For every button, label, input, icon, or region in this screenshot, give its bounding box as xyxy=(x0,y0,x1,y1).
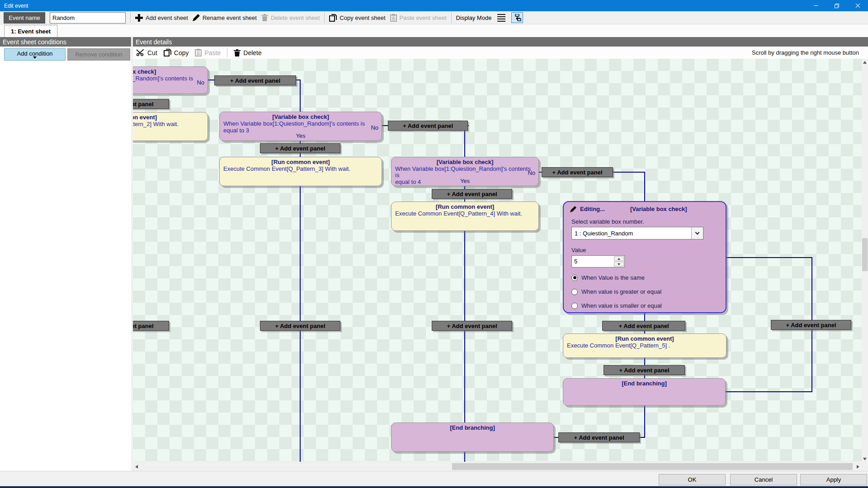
display-mode-flowchart-icon[interactable] xyxy=(511,12,523,23)
rename-event-sheet-button[interactable]: Rename event sheet xyxy=(193,14,257,21)
delete-event-sheet-button[interactable]: Delete event sheet xyxy=(261,14,320,21)
variable-box-check-node[interactable]: [Variable box check] When Variable box[1… xyxy=(133,66,208,94)
node-title: [Run common event] xyxy=(563,334,726,342)
no-label: No xyxy=(371,124,378,131)
run-common-event-node[interactable]: [Run common event] Execute Common Event[… xyxy=(563,333,726,358)
event-sheet-toolbar: Event name Add event sheet Rename event … xyxy=(0,11,868,24)
restore-button[interactable] xyxy=(826,0,847,11)
apply-button[interactable]: Apply xyxy=(800,474,867,485)
node-title: [Run common event] xyxy=(220,157,382,165)
scroll-up-button[interactable] xyxy=(862,59,868,66)
connector-line xyxy=(644,172,645,201)
run-common-event-node[interactable]: [Run common event] Execute Common Event[… xyxy=(219,157,382,186)
radio-same[interactable]: When Value is the same xyxy=(571,274,645,281)
add-event-panel-button[interactable]: + Add event panel xyxy=(260,143,340,153)
add-event-panel-button[interactable]: + Add event panel xyxy=(604,365,685,375)
event-flow-canvas[interactable]: + Add event panel + Add event panel + Ad… xyxy=(133,59,862,462)
value-input[interactable] xyxy=(572,256,613,267)
node-title: [Run common event] xyxy=(133,113,208,121)
connector-line xyxy=(381,125,388,126)
paste-button[interactable]: Paste xyxy=(195,49,221,56)
minimize-button[interactable] xyxy=(806,0,826,11)
radio-button[interactable] xyxy=(571,303,578,309)
node-title: [Run common event] xyxy=(392,202,538,210)
run-common-event-node[interactable]: [Run common event] Execute Common Event[… xyxy=(391,202,539,231)
radio-button-selected[interactable] xyxy=(571,275,578,281)
paste-label: Paste xyxy=(204,49,221,56)
add-event-panel-button[interactable]: + Add event panel xyxy=(558,432,640,442)
add-event-panel-button[interactable]: + Add event panel xyxy=(602,321,685,331)
variable-box-check-node[interactable]: [Variable box check] When Variable box[1… xyxy=(391,157,539,186)
radio-smaller[interactable]: When value is smaller or equal xyxy=(571,302,662,309)
add-event-panel-label: + Add event panel xyxy=(230,77,280,84)
add-condition-button[interactable]: Add condition xyxy=(4,48,66,61)
add-event-sheet-label: Add event sheet xyxy=(146,14,188,21)
end-branching-node[interactable]: [End branching] xyxy=(563,378,726,406)
yes-label: Yes xyxy=(392,178,538,184)
display-mode-label: Display Mode xyxy=(456,14,492,21)
close-button[interactable] xyxy=(847,0,868,11)
spinner-up-button[interactable] xyxy=(614,256,624,261)
radio-greater-label: When value is greater or equal xyxy=(581,288,661,295)
horizontal-scrollbar[interactable] xyxy=(133,463,862,470)
dropdown-button[interactable] xyxy=(691,227,703,239)
variable-box-check-node[interactable]: [Variable box check] When Variable box[1… xyxy=(219,112,382,141)
delete-button[interactable]: Delete xyxy=(234,49,261,56)
add-event-panel-button[interactable]: + Add event panel xyxy=(133,321,169,331)
paste-event-sheet-button[interactable]: Paste event sheet xyxy=(390,14,447,22)
radio-smaller-label: When value is smaller or equal xyxy=(581,302,662,309)
scroll-left-button[interactable] xyxy=(133,463,140,470)
tab-event-sheet[interactable]: 1: Event sheet xyxy=(4,25,57,37)
pencil-icon xyxy=(570,206,576,212)
add-event-panel-button[interactable]: + Add event panel xyxy=(388,121,468,131)
copy-button[interactable]: Copy xyxy=(164,49,189,56)
scroll-down-button[interactable] xyxy=(862,455,868,463)
yes-label: Yes xyxy=(220,132,382,139)
copy-icon xyxy=(329,14,337,22)
run-common-event-node[interactable]: [Run common event] Execute Common Event[… xyxy=(133,112,208,141)
scissors-icon xyxy=(137,49,145,56)
radio-greater[interactable]: When value is greater or equal xyxy=(571,288,661,295)
add-event-panel-button[interactable]: + Add event panel xyxy=(214,75,296,85)
value-spinner[interactable] xyxy=(614,256,624,267)
add-event-panel-button[interactable]: + Add event panel xyxy=(432,189,512,199)
title-bar: Edit event xyxy=(0,0,868,11)
add-event-panel-label: + Add event panel xyxy=(447,191,497,197)
add-event-panel-label: + Add event panel xyxy=(552,169,602,176)
toolbar-separator xyxy=(451,12,452,23)
add-event-panel-label: + Add event panel xyxy=(275,323,325,329)
copy-event-sheet-button[interactable]: Copy event sheet xyxy=(329,14,385,22)
spinner-down-button[interactable] xyxy=(614,262,624,267)
add-event-panel-button[interactable]: + Add event panel xyxy=(133,99,169,109)
add-event-panel-label: + Add event panel xyxy=(786,322,836,328)
connector-line xyxy=(300,80,301,112)
cut-button[interactable]: Cut xyxy=(137,49,157,56)
ok-button[interactable]: OK xyxy=(659,474,726,485)
paste-icon xyxy=(390,14,397,22)
add-condition-label: Add condition xyxy=(17,50,53,57)
trash-icon xyxy=(261,14,268,21)
remove-condition-button[interactable]: Remove condition xyxy=(67,48,130,61)
add-event-panel-button[interactable]: + Add event panel xyxy=(432,321,512,331)
vertical-scrollbar[interactable] xyxy=(862,59,868,463)
vertical-scroll-thumb[interactable] xyxy=(862,238,868,271)
editing-variable-box-check-node[interactable]: Editing... [Variable box check] Select v… xyxy=(563,201,726,313)
connector-line xyxy=(554,437,558,438)
event-name-input[interactable] xyxy=(50,12,126,23)
end-branching-node[interactable]: [End branching] xyxy=(391,422,554,452)
scroll-right-button[interactable] xyxy=(854,463,862,470)
display-mode-list-icon[interactable] xyxy=(496,13,507,23)
variable-box-dropdown[interactable]: 1 : Quiestion_Random xyxy=(571,227,703,239)
variable-box-dropdown-value: 1 : Quiestion_Random xyxy=(572,230,691,237)
node-body: Execute Common Event[Q_Pattern_4] With w… xyxy=(392,210,538,217)
radio-button[interactable] xyxy=(571,289,578,295)
radio-same-label: When Value is the same xyxy=(581,274,645,281)
add-event-panel-button[interactable]: + Add event panel xyxy=(542,167,613,177)
dialog-footer: OK Cancel Apply xyxy=(0,471,868,486)
delete-label: Delete xyxy=(243,49,261,56)
horizontal-scroll-thumb[interactable] xyxy=(452,463,853,470)
cancel-button[interactable]: Cancel xyxy=(730,474,797,485)
add-event-sheet-button[interactable]: Add event sheet xyxy=(135,14,188,22)
add-event-panel-button[interactable]: + Add event panel xyxy=(771,320,851,330)
add-event-panel-button[interactable]: + Add event panel xyxy=(260,321,340,331)
